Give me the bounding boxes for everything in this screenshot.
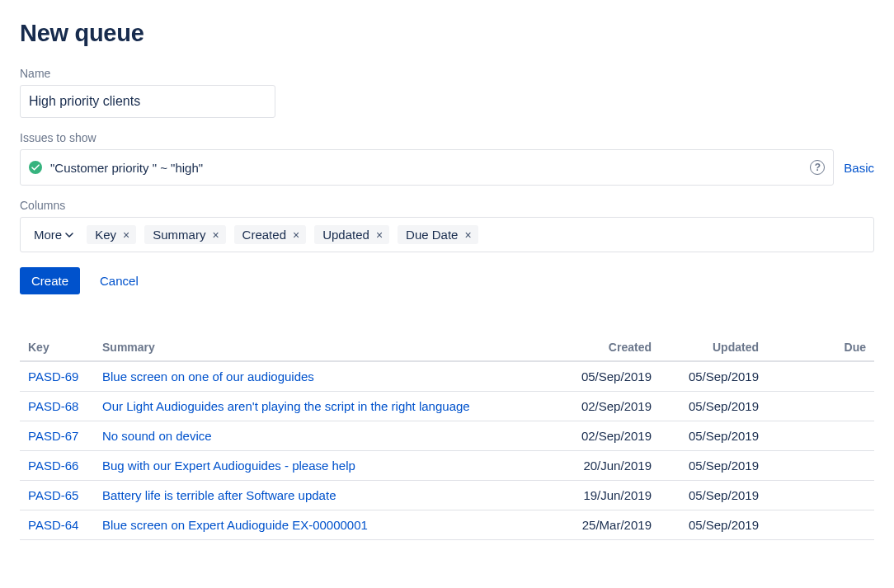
cell-due [767,392,874,421]
cell-key: PASD-67 [20,421,94,451]
issue-summary-link[interactable]: Battery life is terrible after Software … [102,488,336,502]
col-header-created[interactable]: Created [553,334,660,361]
cell-created: 02/Sep/2019 [553,421,660,451]
cell-key: PASD-68 [20,392,94,421]
cell-summary: Blue screen on one of our audioguides [94,361,553,392]
table-row: PASD-69Blue screen on one of our audiogu… [20,361,874,392]
name-field-group: Name [20,67,874,118]
cell-updated: 05/Sep/2019 [660,361,767,392]
chip-label: Summary [153,228,205,242]
cell-key: PASD-66 [20,451,94,481]
cell-summary: Our Light Audioguides aren't playing the… [94,392,553,421]
table-row: PASD-66Bug with our Expert Audioguides -… [20,451,874,481]
page-title: New queue [20,20,874,47]
chip-label: Updated [322,228,369,242]
issue-summary-link[interactable]: Blue screen on one of our audioguides [102,369,314,383]
close-icon[interactable]: × [463,229,473,241]
cell-updated: 05/Sep/2019 [660,510,767,540]
chip-label: Key [95,228,116,242]
cell-created: 20/Jun/2019 [553,451,660,481]
col-header-updated[interactable]: Updated [660,334,767,361]
col-header-due[interactable]: Due [767,334,874,361]
create-button[interactable]: Create [20,267,80,294]
cell-key: PASD-64 [20,510,94,540]
issue-summary-link[interactable]: No sound on device [102,429,212,443]
cell-due [767,361,874,392]
cell-key: PASD-65 [20,481,94,510]
chevron-down-icon [65,231,73,239]
name-label: Name [20,67,874,80]
col-header-key[interactable]: Key [20,334,94,361]
close-icon[interactable]: × [121,229,131,241]
column-chip[interactable]: Summary× [144,225,225,244]
cell-created: 19/Jun/2019 [553,481,660,510]
issue-summary-link[interactable]: Bug with our Expert Audioguides - please… [102,459,355,473]
cell-updated: 05/Sep/2019 [660,392,767,421]
issues-to-show-label: Issues to show [20,131,874,144]
cell-summary: No sound on device [94,421,553,451]
cell-updated: 05/Sep/2019 [660,481,767,510]
close-icon[interactable]: × [374,229,384,241]
help-icon[interactable]: ? [810,160,825,175]
valid-check-icon [29,161,42,174]
more-columns-button[interactable]: More [29,224,78,245]
jql-text: "Customer priority " ~ "high" [50,161,802,175]
cell-created: 02/Sep/2019 [553,392,660,421]
more-label: More [34,228,62,242]
table-row: PASD-64Blue screen on Expert Audioguide … [20,510,874,540]
columns-label: Columns [20,199,874,212]
column-chip[interactable]: Updated× [314,225,389,244]
table-row: PASD-65Battery life is terrible after So… [20,481,874,510]
issue-summary-link[interactable]: Our Light Audioguides aren't playing the… [102,399,470,413]
issue-key-link[interactable]: PASD-64 [28,518,78,532]
jql-input-box[interactable]: "Customer priority " ~ "high" ? [20,149,834,186]
issues-to-show-group: Issues to show "Customer priority " ~ "h… [20,131,874,186]
col-header-summary[interactable]: Summary [94,334,553,361]
cell-due [767,421,874,451]
close-icon[interactable]: × [291,229,301,241]
cell-updated: 05/Sep/2019 [660,421,767,451]
chip-label: Due Date [406,228,458,242]
cell-due [767,481,874,510]
issue-key-link[interactable]: PASD-65 [28,488,78,502]
cell-created: 05/Sep/2019 [553,361,660,392]
cell-created: 25/Mar/2019 [553,510,660,540]
issue-key-link[interactable]: PASD-67 [28,429,78,443]
actions-row: Create Cancel [20,267,874,294]
cell-updated: 05/Sep/2019 [660,451,767,481]
cell-summary: Blue screen on Expert Audioguide EX-0000… [94,510,553,540]
column-chip[interactable]: Key× [87,225,136,244]
table-row: PASD-68Our Light Audioguides aren't play… [20,392,874,421]
cell-key: PASD-69 [20,361,94,392]
issue-summary-link[interactable]: Blue screen on Expert Audioguide EX-0000… [102,518,368,532]
issues-preview-table: Key Summary Created Updated Due PASD-69B… [20,334,874,540]
table-row: PASD-67No sound on device02/Sep/201905/S… [20,421,874,451]
issue-key-link[interactable]: PASD-68 [28,399,78,413]
column-chip[interactable]: Created× [234,225,307,244]
columns-box: More Key×Summary×Created×Updated×Due Dat… [20,217,874,252]
cell-due [767,510,874,540]
column-chip[interactable]: Due Date× [398,225,478,244]
cancel-button[interactable]: Cancel [100,274,139,288]
basic-toggle-link[interactable]: Basic [844,161,874,175]
columns-group: Columns More Key×Summary×Created×Updated… [20,199,874,252]
issue-key-link[interactable]: PASD-66 [28,459,78,473]
name-input[interactable] [20,85,275,118]
cell-summary: Bug with our Expert Audioguides - please… [94,451,553,481]
cell-due [767,451,874,481]
cell-summary: Battery life is terrible after Software … [94,481,553,510]
issue-key-link[interactable]: PASD-69 [28,369,78,383]
close-icon[interactable]: × [210,229,220,241]
chip-label: Created [242,228,286,242]
